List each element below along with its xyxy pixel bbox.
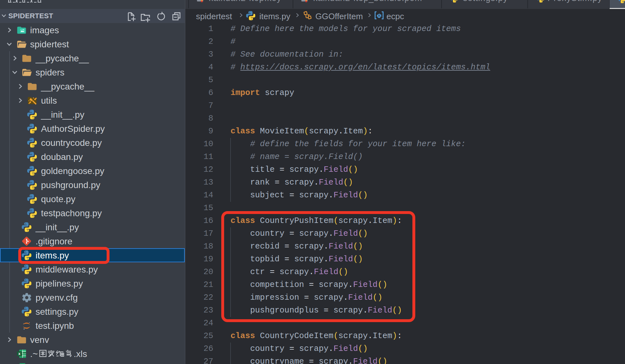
svg-text:x: x: [18, 352, 20, 356]
